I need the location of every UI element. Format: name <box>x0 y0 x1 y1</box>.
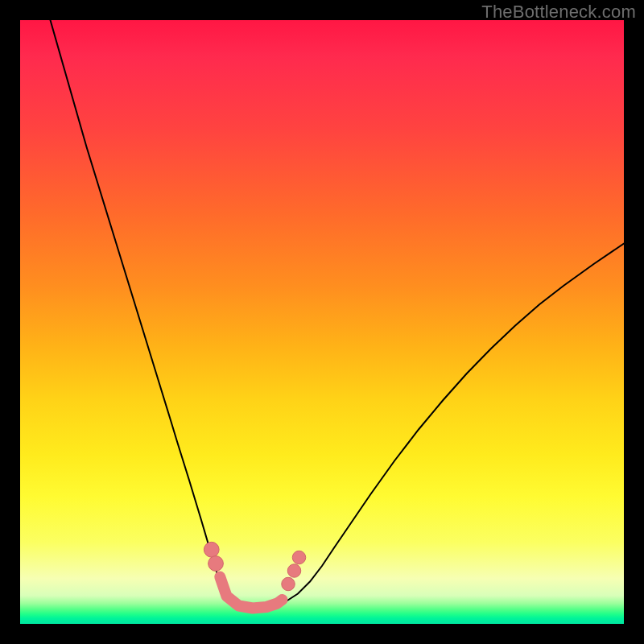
marker-right-top <box>292 551 306 564</box>
marker-left-upper <box>204 542 219 557</box>
plot-area <box>20 20 624 624</box>
watermark-text: TheBottleneck.com <box>481 2 636 23</box>
curve-left-branch <box>51 20 232 604</box>
marker-capsule <box>220 577 282 609</box>
chart-frame: TheBottleneck.com <box>0 0 644 644</box>
marker-right-bottom <box>282 577 295 591</box>
curve-layer <box>20 20 624 624</box>
marker-right-mid <box>287 564 301 578</box>
curve-right-branch <box>286 244 624 602</box>
marker-left-lower <box>208 556 224 572</box>
